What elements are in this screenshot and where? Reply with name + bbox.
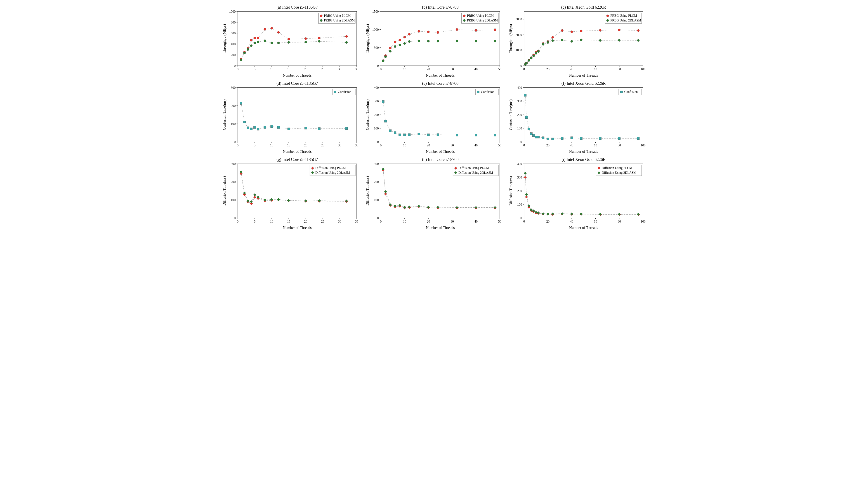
svg-point-72 — [404, 42, 406, 45]
svg-point-28 — [240, 58, 242, 61]
svg-rect-205 — [599, 137, 601, 140]
chart-cell-b: 01020304050050010001500(b) Intel Core i7… — [364, 4, 503, 78]
ytick: 200 — [231, 53, 236, 57]
svg-rect-168 — [389, 130, 392, 132]
xtick: 50 — [498, 144, 501, 147]
svg-rect-194 — [528, 128, 530, 130]
y-axis-label: Confusion Time(ms) — [365, 99, 370, 130]
x-axis-label: Number of Threads — [283, 226, 312, 230]
svg-rect-142 — [247, 126, 249, 129]
ytick: 100 — [231, 198, 236, 202]
xtick: 35 — [355, 144, 358, 147]
svg-rect-127 — [238, 88, 357, 142]
svg-point-26 — [318, 37, 320, 39]
ytick: 400 — [231, 42, 236, 46]
xtick: 10 — [270, 144, 273, 147]
chart-cell-f: 0204060801000100200300400(f) Intel Xeon … — [508, 81, 646, 155]
ytick: 0 — [234, 140, 236, 144]
svg-point-56 — [389, 47, 392, 49]
legend-label: PRBG Using 2DLASM — [324, 19, 355, 22]
legend-label: Confusion — [338, 90, 351, 93]
svg-point-33 — [257, 41, 259, 43]
xtick: 40 — [474, 67, 478, 71]
chart-h: 010203040500100200300(h) Intel Core i7-8… — [364, 157, 503, 231]
xtick: 30 — [338, 144, 341, 147]
legend-label: PRBG Using 2DLASM — [610, 19, 641, 22]
ytick: 300 — [517, 99, 522, 103]
ytick: 300 — [231, 86, 236, 90]
svg-point-106 — [599, 29, 601, 31]
svg-point-123 — [618, 39, 620, 41]
svg-point-36 — [277, 42, 280, 44]
svg-point-114 — [535, 52, 537, 55]
svg-rect-208 — [620, 91, 622, 93]
legend-label: PRBG Using PLCM — [324, 14, 351, 18]
chart-cell-c: 0204060801000100020003000(c) Intel Xeon … — [508, 4, 646, 78]
x-axis-label: Number of Threads — [569, 149, 598, 154]
legend-label: Diffusion Using 2DLASM — [315, 171, 350, 174]
svg-point-34 — [264, 39, 266, 42]
svg-rect-200 — [546, 138, 549, 140]
xtick: 80 — [618, 67, 621, 71]
svg-point-69 — [389, 50, 392, 53]
svg-rect-152 — [346, 127, 348, 130]
x-axis-label: Number of Threads — [426, 226, 455, 230]
xtick: 40 — [570, 67, 573, 71]
xtick: 30 — [451, 67, 454, 71]
chart-g: 051015202530350100200300(g) Intel Core i… — [222, 157, 360, 231]
xtick: 40 — [474, 144, 478, 147]
xtick: 30 — [451, 220, 454, 224]
ytick: 200 — [517, 113, 522, 116]
svg-rect-167 — [384, 120, 387, 123]
ytick: 200 — [374, 113, 379, 116]
legend-label: Diffusion Using PLCM — [602, 166, 632, 170]
xtick: 25 — [321, 144, 324, 147]
ytick: 1000 — [229, 10, 236, 13]
svg-rect-193 — [525, 116, 528, 118]
ytick: 0 — [234, 216, 236, 220]
xtick: 50 — [498, 67, 501, 71]
xtick: 40 — [570, 220, 573, 224]
ytick: 2000 — [515, 33, 522, 37]
svg-point-19 — [253, 37, 256, 39]
legend-label: Diffusion Using 2DLASM — [459, 171, 493, 174]
ytick: 100 — [517, 126, 522, 130]
xtick: 80 — [618, 220, 621, 224]
chart-grid: 0510152025303502004006008001000(a) Intel… — [222, 4, 646, 231]
y-axis-label: Confusion Time(ms) — [509, 99, 513, 130]
xtick: 80 — [618, 144, 621, 147]
y-axis-label: Diffusion Time(ms) — [509, 176, 513, 206]
xtick: 5 — [254, 220, 256, 224]
x-axis-label: Number of Threads — [569, 73, 598, 78]
svg-rect-173 — [418, 133, 420, 135]
legend-label: Diffusion Using PLCM — [459, 166, 489, 170]
svg-point-37 — [288, 41, 290, 43]
svg-point-60 — [408, 33, 410, 35]
ytick: 200 — [517, 189, 522, 193]
xtick: 5 — [254, 67, 256, 71]
svg-point-68 — [384, 56, 387, 58]
xtick: 5 — [254, 144, 256, 147]
xtick: 20 — [304, 67, 307, 71]
svg-point-58 — [399, 39, 401, 41]
ytick: 1000 — [372, 28, 379, 31]
svg-point-59 — [404, 36, 406, 38]
svg-point-125 — [607, 15, 609, 17]
ytick: 200 — [374, 180, 379, 184]
xtick: 25 — [321, 220, 324, 224]
ytick: 400 — [517, 86, 522, 90]
svg-rect-195 — [530, 133, 532, 135]
chart-title: (c) Intel Xeon Gold 6226R — [561, 5, 606, 10]
legend-label: PRBG Using 2DLASM — [467, 19, 498, 22]
svg-point-102 — [551, 36, 554, 38]
ytick: 100 — [374, 126, 379, 130]
xtick: 20 — [427, 67, 430, 71]
ytick: 0 — [520, 140, 522, 144]
svg-point-80 — [463, 15, 465, 17]
legend-label: PRBG Using PLCM — [610, 14, 637, 18]
chart-cell-a: 0510152025303502004006008001000(a) Intel… — [222, 4, 360, 78]
xtick: 60 — [594, 144, 597, 147]
svg-point-40 — [346, 41, 348, 43]
xtick: 10 — [403, 144, 406, 147]
xtick: 40 — [474, 220, 478, 224]
